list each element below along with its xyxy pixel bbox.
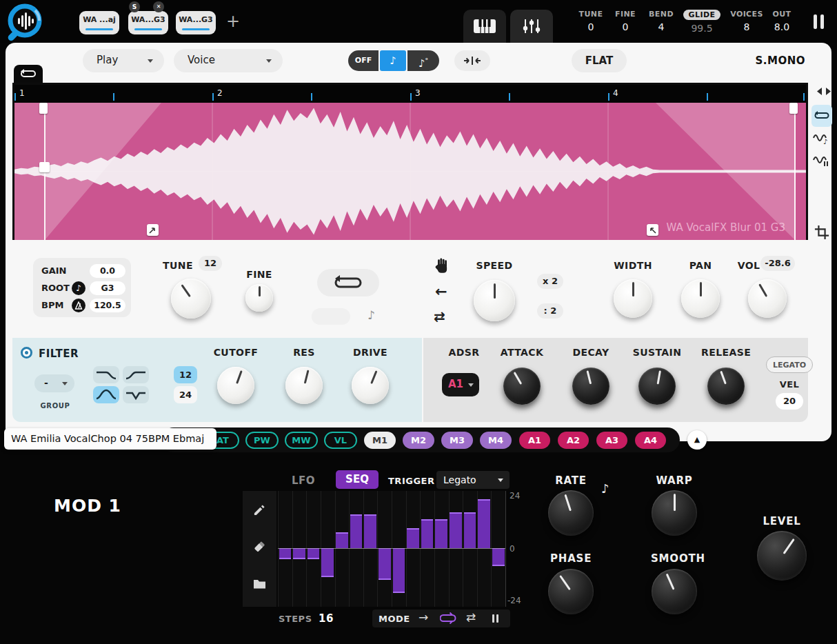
header-param-fine[interactable]: FINE 0 (606, 10, 645, 32)
mode-pause-icon[interactable] (492, 614, 501, 623)
mode-loop-icon[interactable] (440, 612, 456, 624)
seq-step[interactable] (421, 519, 434, 548)
seq-step[interactable] (407, 528, 419, 548)
pan-knob[interactable] (681, 279, 720, 318)
close-tab-icon[interactable]: ✕ (153, 1, 164, 12)
filter-bandpass-button[interactable] (93, 386, 119, 403)
seq-step[interactable] (435, 519, 447, 548)
release-knob[interactable] (707, 368, 745, 405)
speed-knob[interactable] (474, 280, 515, 321)
source-mw-button[interactable]: MW (285, 432, 318, 449)
voice-mode-dropdown[interactable]: Voice (174, 49, 283, 72)
play-mode-dropdown[interactable]: Play (83, 49, 164, 72)
pitch-tool-button[interactable]: ♪ (813, 131, 831, 149)
loop-toggle-button[interactable] (317, 269, 379, 296)
smooth-knob[interactable] (652, 569, 697, 614)
start-marker-mid-handle[interactable] (39, 162, 50, 172)
source-a3-button[interactable]: A3 (596, 432, 627, 449)
sync-triplet-button[interactable]: ♪° (407, 50, 439, 71)
decay-knob[interactable] (572, 368, 609, 405)
trigger-dropdown[interactable]: Legato (436, 471, 510, 489)
header-param-tune[interactable]: TUNE 0 (572, 10, 610, 32)
seq-step[interactable] (379, 548, 391, 580)
end-marker-top-handle[interactable] (789, 103, 798, 114)
source-pw-button[interactable]: PW (245, 432, 279, 449)
crop-icon[interactable] (814, 225, 829, 240)
smono-button[interactable]: S.MONO (746, 54, 805, 67)
timeline-ruler[interactable]: 1 2 3 4 (14, 85, 806, 103)
vol-knob[interactable] (748, 279, 787, 318)
tab-lfo[interactable]: LFO (292, 474, 315, 487)
scroll-arrows-icon[interactable] (816, 87, 832, 96)
vel-value-badge[interactable]: 20 (776, 393, 803, 410)
add-tab-button[interactable]: + (226, 12, 240, 31)
source-vl-button[interactable]: VL (324, 432, 357, 449)
note-sync-icon[interactable]: ♪ (367, 308, 375, 322)
drive-knob[interactable] (352, 367, 389, 404)
source-m3-button[interactable]: M3 (441, 432, 473, 449)
preset-tab-2[interactable]: WA...G3 (128, 11, 168, 34)
res-knob[interactable] (285, 367, 323, 404)
width-knob[interactable] (614, 279, 652, 318)
filter-notch-button[interactable] (123, 386, 149, 403)
speed-double-badge[interactable]: x 2 (537, 274, 563, 289)
bpm-value[interactable]: 120.5 (90, 299, 125, 312)
solo-badge[interactable]: S (129, 1, 140, 12)
seq-step[interactable] (321, 548, 334, 577)
loop-mode-tab[interactable] (14, 65, 43, 83)
warp-knob[interactable] (652, 490, 697, 536)
filter-group-dropdown[interactable]: - (34, 374, 74, 392)
seq-step[interactable] (293, 548, 305, 559)
flat-button[interactable]: FLAT (572, 49, 627, 72)
filter-enable-toggle[interactable] (21, 347, 32, 359)
adsr-slot-dropdown[interactable]: A1 (442, 373, 479, 396)
rate-knob[interactable] (548, 490, 594, 536)
loop-length-display[interactable] (312, 308, 350, 325)
legato-button[interactable]: LEGATO (766, 356, 813, 373)
source-a2-button[interactable]: A2 (558, 432, 589, 449)
sustain-knob[interactable] (638, 368, 676, 405)
seq-step[interactable] (478, 499, 490, 549)
eraser-tool-icon[interactable] (252, 539, 267, 554)
sync-note-button[interactable]: ♪ (380, 50, 406, 71)
filter-slope-24-button[interactable]: 24 (174, 386, 197, 403)
seq-step[interactable] (336, 532, 348, 548)
fade-in-handle[interactable] (147, 224, 159, 236)
tab-mixer-view[interactable] (510, 10, 553, 43)
step-sequencer-grid[interactable] (278, 491, 505, 607)
pencil-tool-icon[interactable] (253, 503, 266, 516)
phase-knob[interactable] (548, 569, 594, 614)
seq-step[interactable] (279, 548, 292, 559)
preset-tab-1[interactable]: WA ...aj (79, 11, 119, 34)
filter-highpass-button[interactable] (123, 366, 149, 383)
source-a1-button[interactable]: A1 (519, 432, 550, 449)
level-knob[interactable] (757, 531, 807, 581)
sync-off-button[interactable]: OFF (348, 50, 379, 71)
header-param-glide[interactable]: GLIDE 99.5 (681, 10, 723, 34)
tune-value-badge[interactable]: 12 (199, 256, 222, 271)
preset-tab-3[interactable]: WA...G3 (176, 11, 216, 34)
source-m1-button[interactable]: M1 (364, 432, 396, 449)
root-value[interactable]: G3 (90, 281, 125, 295)
waveform-display[interactable]: WA VocalFX Blur 01 G3 (14, 103, 806, 240)
start-marker-top-handle[interactable] (39, 103, 48, 114)
steps-value[interactable]: 16 (319, 612, 334, 625)
seq-step[interactable] (307, 548, 320, 559)
fine-knob[interactable] (245, 284, 273, 312)
tune-knob[interactable] (171, 279, 211, 319)
filter-lowpass-button[interactable] (93, 366, 119, 383)
seq-step[interactable] (492, 548, 505, 566)
end-marker[interactable] (794, 103, 796, 240)
seq-step[interactable] (350, 514, 363, 548)
loop-tool-button[interactable] (811, 105, 832, 127)
tab-keyboard-view[interactable] (463, 10, 506, 43)
snap-to-zero-button[interactable] (454, 50, 490, 71)
seq-step[interactable] (464, 512, 476, 548)
vol-value-badge[interactable]: -28.6 (760, 256, 795, 271)
hand-drag-icon[interactable] (434, 258, 450, 274)
header-param-bend[interactable]: BEND 4 (642, 10, 680, 32)
speed-half-badge[interactable]: : 2 (537, 303, 563, 319)
shuffle-icon[interactable]: ⇄ (434, 308, 445, 325)
stretch-tool-button[interactable] (813, 153, 831, 171)
reverse-icon[interactable]: ← (435, 283, 447, 300)
